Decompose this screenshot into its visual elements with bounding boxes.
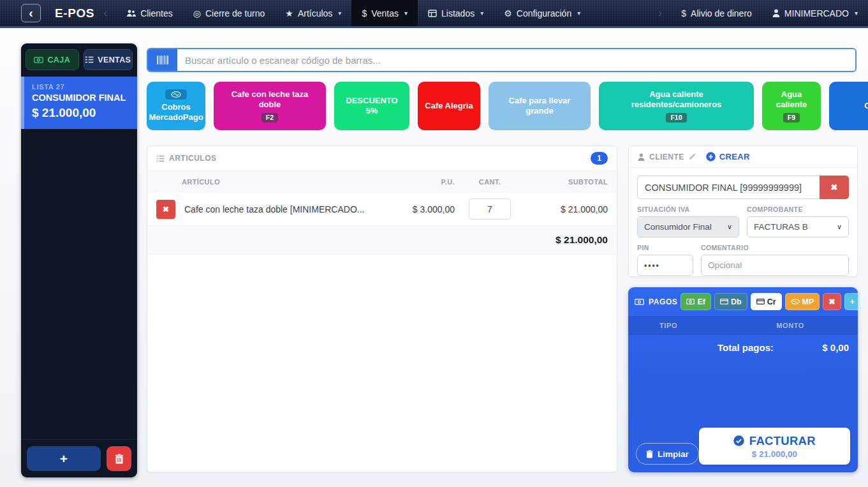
comprobante-select[interactable]: FACTURAS B ∨: [747, 216, 849, 237]
comprobante-field: COMPROBANTE FACTURAS B ∨: [747, 206, 849, 237]
quick-button-cobros-mercadopago[interactable]: Cobros MercadoPago: [147, 82, 205, 130]
payment-method-efectivo[interactable]: Ef: [680, 293, 711, 310]
nav-item-configuracion[interactable]: ⚙ Configuración ▾: [494, 0, 591, 26]
tab-caja[interactable]: CAJA: [26, 49, 79, 70]
nav-item-clientes[interactable]: Clientes: [116, 0, 183, 26]
quick-button-cafe-alegria[interactable]: Cafe Alegria: [418, 82, 480, 130]
tab-label: CAJA: [47, 56, 70, 64]
quantity-input[interactable]: [469, 199, 511, 220]
app-brand: E-POS: [55, 0, 94, 26]
tab-ventas[interactable]: VENTAS: [84, 49, 133, 70]
nav-item-listados[interactable]: Listados ▾: [418, 0, 494, 26]
field-label: COMENTARIO: [701, 244, 849, 251]
method-label: Cr: [767, 297, 776, 306]
card-icon: [756, 299, 765, 304]
item-price: $ 3.000,00: [378, 204, 455, 214]
comentario-field: COMENTARIO: [701, 244, 849, 276]
chevron-down-icon: ∨: [837, 223, 842, 231]
quick-button-descuento[interactable]: DESCUENTO 5%: [334, 82, 409, 130]
trash-icon: [646, 450, 653, 458]
add-list-button[interactable]: +: [27, 446, 101, 471]
search-input[interactable]: [177, 49, 855, 71]
add-payment-button[interactable]: +: [844, 293, 858, 310]
navbar-right: › $ Alivio de dinero MINIMERCADO ▾: [649, 0, 868, 26]
field-label: PIN: [637, 244, 693, 251]
gear-icon: ⚙: [504, 9, 512, 18]
menu-scroll-right-icon[interactable]: ›: [649, 0, 671, 26]
pencil-icon[interactable]: [689, 153, 696, 160]
nav-item-label: Listados: [441, 8, 474, 19]
col-subtotal: SUBTOTAL: [525, 178, 608, 186]
quick-button-label: Cafe p: [864, 101, 868, 111]
quick-button-cafe-con-leche[interactable]: Cafe con leche taza doble F2: [214, 82, 326, 130]
pin-comentario-row: PIN COMENTARIO: [637, 244, 849, 276]
clear-customer-button[interactable]: ✖: [820, 176, 849, 199]
nav-item-ventas[interactable]: $ Ventas ▾: [351, 0, 418, 26]
dollar-icon: $: [681, 9, 686, 18]
target-icon: ◎: [193, 9, 201, 18]
payment-method-debito[interactable]: Db: [714, 293, 747, 310]
payment-method-mercadopago[interactable]: MP: [785, 293, 820, 310]
crear-cliente-button[interactable]: CREAR: [706, 152, 750, 161]
top-navbar: ‹ E-POS ‹ Clientes ◎ Cierre de turno ★ A…: [0, 0, 868, 28]
check-circle-icon: [733, 435, 744, 446]
nav-item-alivio-de-dinero[interactable]: $ Alivio de dinero: [671, 0, 762, 26]
quick-button-label: Cobros MercadoPago: [149, 102, 203, 123]
payment-method-credito[interactable]: Cr: [751, 293, 782, 310]
pagos-table-header: TIPO MONTO: [628, 316, 858, 335]
nav-item-articulos[interactable]: ★ Artículos ▾: [275, 0, 351, 26]
nav-item-user-minimercado[interactable]: MINIMERCADO ▾: [762, 0, 868, 26]
facturar-button[interactable]: FACTURAR $ 21.000,00: [699, 428, 850, 465]
pagos-header: PAGOS Ef Db Cr MP ✖: [628, 287, 858, 316]
order-total: $ 21.000,00: [555, 234, 608, 246]
list-item-selected[interactable]: LISTA 27 CONSUMIDOR FINAL $ 21.000,00: [21, 77, 137, 129]
remove-item-button[interactable]: ✖: [156, 200, 175, 219]
col-cant: CANT.: [455, 178, 525, 186]
barcode-scan-button[interactable]: [148, 49, 177, 71]
select-value: Consumidor Final: [644, 222, 712, 232]
nav-item-cierre-de-turno[interactable]: ◎ Cierre de turno: [183, 0, 276, 26]
list-label: LISTA 27: [32, 83, 129, 91]
crear-label: CREAR: [719, 152, 750, 161]
quick-button-label: Cafe con leche taza doble: [220, 89, 320, 110]
hotkey-badge: F2: [261, 113, 278, 123]
col-articulo: ARTÍCULO: [156, 178, 378, 186]
user-icon: [772, 9, 780, 17]
panel-title: CLIENTE: [649, 153, 684, 161]
quick-button-agua-caliente[interactable]: Agua caliente F9: [762, 82, 821, 130]
nav-item-label: Artículos: [298, 8, 332, 19]
plus-circle-icon: [706, 152, 716, 161]
chevron-down-icon: ▾: [404, 10, 408, 17]
articulos-panel: ARTICULOS 1 ARTÍCULO P.U. CANT. SUBTOTAL…: [147, 146, 617, 472]
back-button[interactable]: ‹: [21, 4, 41, 22]
pin-input[interactable]: [637, 255, 693, 276]
quick-button-cafe-llevar-grande[interactable]: Cafe para llevar grande: [489, 82, 591, 130]
table-row: ✖ Cafe con leche taza doble [MINIMERCADO…: [147, 193, 617, 226]
banknote-icon: [34, 57, 43, 63]
hotkey-badge: F9: [783, 113, 800, 123]
customer-input[interactable]: [637, 176, 820, 199]
limpiar-button[interactable]: Limpiar: [636, 443, 699, 465]
remove-payment-button[interactable]: ✖: [823, 293, 841, 310]
barcode-icon: [157, 56, 168, 64]
tab-label: VENTAS: [98, 56, 131, 64]
user-icon: [638, 153, 645, 161]
sidebar-spacer: [21, 129, 137, 439]
menu-scroll-left-icon[interactable]: ‹: [94, 0, 116, 26]
hotkey-badge: F10: [666, 113, 686, 123]
method-label: Ef: [697, 297, 705, 306]
quick-button-agua-caliente-residentes[interactable]: Agua caliente residentes/camioneros F10: [599, 82, 754, 130]
limpiar-label: Limpiar: [658, 449, 689, 459]
articulos-total-row: $ 21.000,00: [147, 226, 617, 255]
users-icon: [126, 9, 136, 17]
delete-list-button[interactable]: [107, 446, 131, 471]
chevron-left-icon: ‹: [29, 6, 33, 20]
nav-item-label: Ventas: [371, 8, 399, 19]
quick-button-cafe-p[interactable]: Cafe p: [829, 82, 868, 130]
iva-comprobante-row: SITUACIÓN IVA Consumidor Final ∨ COMPROB…: [637, 206, 849, 237]
situacion-iva-select[interactable]: Consumidor Final ∨: [637, 216, 739, 237]
sales-lists-sidebar: CAJA VENTAS LISTA 27 CONSUMIDOR FINAL $ …: [21, 43, 137, 477]
chevron-down-icon: ∨: [727, 223, 732, 231]
comentario-input[interactable]: [701, 255, 849, 276]
method-label: MP: [802, 297, 814, 306]
